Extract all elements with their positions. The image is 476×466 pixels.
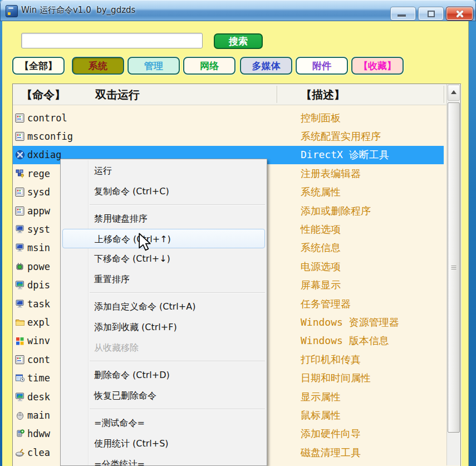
menu-item[interactable]: 添加自定义命令 (Ctrl+A) bbox=[61, 296, 267, 317]
command-name: expl bbox=[27, 317, 50, 328]
command-description: 电源选项 bbox=[301, 260, 341, 273]
command-name: rege bbox=[27, 168, 50, 179]
menu-item[interactable]: 删除命令 (Ctrl+D) bbox=[61, 365, 267, 385]
vertical-scrollbar[interactable] bbox=[446, 84, 460, 465]
disk-cleanup-icon bbox=[15, 448, 25, 458]
scrollbar-thumb[interactable] bbox=[448, 102, 460, 433]
mouse-icon bbox=[15, 410, 25, 420]
command-description: 打印机和传真 bbox=[301, 353, 361, 366]
command-description: 性能选项 bbox=[301, 223, 341, 236]
command-name: sysd bbox=[27, 187, 50, 198]
search-input[interactable] bbox=[21, 33, 203, 48]
command-name: hdww bbox=[27, 428, 50, 439]
tab-management[interactable]: 管理 bbox=[127, 57, 180, 75]
command-description: 日期和时间属性 bbox=[301, 371, 371, 385]
column-divider bbox=[444, 86, 444, 103]
command-description: Windows 资源管理器 bbox=[301, 316, 399, 329]
control-panel-window-icon bbox=[15, 187, 25, 197]
menu-separator bbox=[61, 290, 267, 296]
command-description: 磁盘清理工具 bbox=[301, 446, 361, 459]
command-name: dxdiag bbox=[27, 149, 61, 160]
command-name: desk bbox=[27, 391, 50, 403]
hardware-icon bbox=[15, 429, 25, 439]
minimize-button[interactable] bbox=[390, 7, 416, 21]
up-arrow-icon bbox=[451, 90, 457, 94]
command-name: winv bbox=[27, 335, 50, 346]
control-panel-window-icon bbox=[15, 355, 25, 365]
command-name: clea bbox=[27, 447, 50, 458]
tab-accessories[interactable]: 附件 bbox=[296, 57, 348, 75]
command-description: 任务管理器 bbox=[301, 297, 351, 311]
app-icon bbox=[6, 5, 18, 17]
menu-item[interactable]: 上移命令 (Ctrl+↑) bbox=[62, 229, 265, 248]
command-row-control[interactable]: control控制面板 bbox=[13, 109, 444, 127]
command-name: msconfig bbox=[27, 131, 73, 142]
category-tabs: 【全部】系统管理网络多媒体附件【收藏】 bbox=[10, 57, 464, 76]
command-name: control bbox=[27, 112, 67, 124]
close-button[interactable] bbox=[446, 7, 473, 21]
minimize-icon bbox=[398, 14, 406, 17]
power-icon bbox=[15, 262, 25, 272]
control-panel-window-icon bbox=[15, 206, 25, 216]
command-name: msin bbox=[27, 242, 50, 253]
command-description: 添加或删除程序 bbox=[301, 204, 371, 218]
column-header-description: 【描述】 bbox=[301, 87, 345, 102]
menu-item[interactable]: =测试命令= bbox=[61, 413, 267, 433]
windows-flag-icon bbox=[15, 336, 25, 346]
control-panel-window-icon bbox=[15, 131, 25, 141]
window-title: Win 运行命令v1.0 by_gdzds bbox=[21, 5, 135, 16]
menu-separator bbox=[61, 406, 267, 413]
menu-separator bbox=[61, 202, 267, 208]
command-description: 显示属性 bbox=[301, 390, 341, 404]
list-header: 【命令】 双击运行 【描述】 bbox=[13, 84, 460, 105]
menu-item[interactable]: =分类统计= bbox=[61, 454, 267, 466]
tab-favorites[interactable]: 【收藏】 bbox=[351, 57, 404, 75]
column-header-hint: 双击运行 bbox=[95, 87, 140, 102]
menu-item[interactable]: 复制命令 (Ctrl+C) bbox=[61, 181, 267, 202]
registry-icon bbox=[15, 169, 25, 179]
command-name: dpis bbox=[27, 279, 50, 291]
computer-icon bbox=[15, 224, 25, 234]
title-bar[interactable]: Win 运行命令v1.0 by_gdzds bbox=[0, 0, 476, 21]
maximize-icon bbox=[428, 11, 435, 17]
command-description: Windows 版本信息 bbox=[301, 334, 389, 347]
tab-system[interactable]: 系统 bbox=[72, 57, 124, 75]
menu-separator bbox=[61, 358, 267, 365]
menu-item[interactable]: 运行 bbox=[61, 160, 267, 181]
menu-item[interactable]: 下移命令 (Ctrl+↓) bbox=[61, 248, 267, 269]
folder-icon bbox=[15, 317, 25, 327]
menu-item[interactable]: 禁用键盘排序 bbox=[61, 208, 267, 229]
command-name: appw bbox=[27, 205, 50, 217]
menu-item[interactable]: 重置排序 bbox=[61, 269, 267, 290]
command-name: main bbox=[27, 410, 50, 421]
tab-all[interactable]: 【全部】 bbox=[12, 57, 65, 75]
command-description: 鼠标属性 bbox=[301, 409, 341, 422]
thumb-grip-icon bbox=[452, 266, 457, 270]
search-button[interactable]: 搜索 bbox=[214, 33, 263, 49]
command-description: 添加硬件向导 bbox=[301, 427, 361, 440]
menu-item[interactable]: 添加到收藏 (Ctrl+F) bbox=[61, 317, 267, 337]
command-row-msconfig[interactable]: msconfig系统配置实用程序 bbox=[13, 127, 444, 145]
window-controls bbox=[390, 7, 473, 21]
display-icon bbox=[15, 392, 25, 402]
display-icon bbox=[15, 280, 25, 290]
computer-icon bbox=[15, 243, 25, 253]
command-description: 系统配置实用程序 bbox=[301, 130, 381, 143]
calendar-clock-icon bbox=[15, 373, 25, 383]
computer-icon bbox=[15, 299, 25, 309]
command-description: 注册表编辑器 bbox=[301, 167, 361, 180]
tab-network[interactable]: 网络 bbox=[183, 57, 235, 75]
command-description: 屏幕显示 bbox=[301, 278, 341, 292]
command-name: time bbox=[27, 372, 50, 384]
command-name: syst bbox=[27, 224, 50, 235]
scroll-up-button[interactable] bbox=[448, 85, 460, 101]
menu-item: 从收藏移除 bbox=[61, 337, 267, 358]
tab-multimedia[interactable]: 多媒体 bbox=[240, 57, 292, 75]
menu-item[interactable]: 使用统计 (Ctrl+S) bbox=[61, 433, 267, 454]
command-description: 控制面板 bbox=[301, 111, 341, 125]
command-name: task bbox=[27, 298, 50, 310]
context-menu: 运行复制命令 (Ctrl+C)禁用键盘排序上移命令 (Ctrl+↑)下移命令 (… bbox=[60, 159, 267, 466]
menu-item[interactable]: 恢复已删除命令 bbox=[61, 385, 267, 406]
maximize-button[interactable] bbox=[418, 7, 444, 21]
control-panel-window-icon bbox=[15, 113, 25, 123]
